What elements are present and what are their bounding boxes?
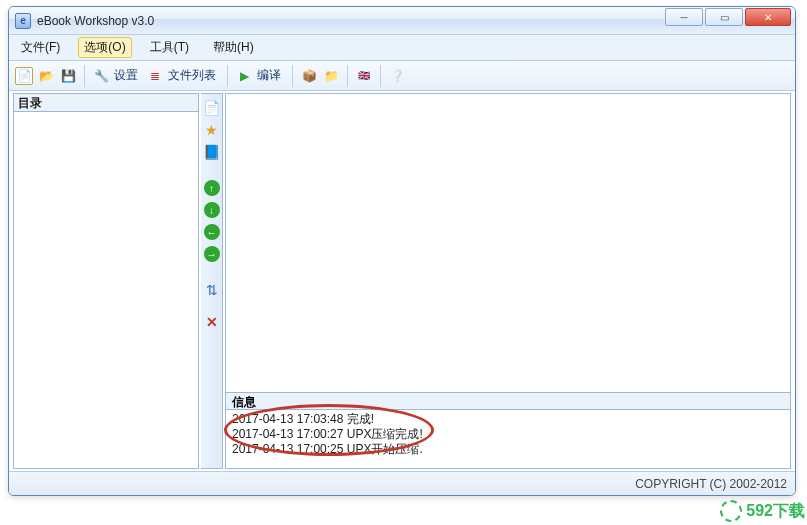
down-arrow-icon[interactable]: ↓ [204, 202, 220, 218]
left-arrow-icon[interactable]: ← [204, 224, 220, 240]
language-icon[interactable]: 🇬🇧 [355, 67, 373, 85]
watermark-text: 592下载 [746, 501, 805, 522]
toc-body[interactable] [14, 112, 198, 468]
preview-area[interactable] [226, 94, 790, 392]
settings-label[interactable]: 设置 [114, 67, 138, 84]
info-body: 2017-04-13 17:03:48 完成! 2017-04-13 17:00… [226, 410, 790, 468]
menu-file[interactable]: 文件(F) [15, 37, 66, 58]
toolbar: 📄 📂 💾 🔧 设置 ≣ 文件列表 ▶ 编译 📦 📁 🇬🇧 ❔ [9, 61, 795, 91]
log-line: 2017-04-13 17:00:25 UPX开始压缩. [232, 442, 784, 457]
menu-options[interactable]: 选项(O) [78, 37, 131, 58]
app-window: e eBook Workshop v3.0 ─ ▭ ✕ 文件(F) 选项(O) … [8, 6, 796, 496]
minimize-button[interactable]: ─ [665, 8, 703, 26]
right-arrow-icon[interactable]: → [204, 246, 220, 262]
titlebar: e eBook Workshop v3.0 ─ ▭ ✕ [9, 7, 795, 35]
app-icon: e [15, 13, 31, 29]
delete-icon[interactable]: ✕ [204, 314, 220, 330]
vertical-toolbar: 📄 ★ 📘 ↑ ↓ ← → ⇅ ✕ [201, 93, 223, 469]
settings-icon[interactable]: 🔧 [92, 67, 110, 85]
help-icon[interactable]: ❔ [388, 67, 406, 85]
folder-icon[interactable]: 📁 [322, 67, 340, 85]
separator [84, 65, 85, 87]
close-button[interactable]: ✕ [745, 8, 791, 26]
log-line: 2017-04-13 17:03:48 完成! [232, 412, 784, 427]
up-arrow-icon[interactable]: ↑ [204, 180, 220, 196]
copyright-text: COPYRIGHT (C) 2002-2012 [635, 477, 787, 491]
maximize-button[interactable]: ▭ [705, 8, 743, 26]
right-panel: 信息 2017-04-13 17:03:48 完成! 2017-04-13 17… [225, 93, 791, 469]
page-icon[interactable]: 📄 [204, 100, 220, 116]
book-icon[interactable]: 📘 [204, 144, 220, 160]
compile-label[interactable]: 编译 [257, 67, 281, 84]
statusbar: COPYRIGHT (C) 2002-2012 [9, 471, 795, 495]
separator [292, 65, 293, 87]
log-line: 2017-04-13 17:00:27 UPX压缩完成! [232, 427, 784, 442]
separator [227, 65, 228, 87]
window-title: eBook Workshop v3.0 [37, 14, 154, 28]
star-icon[interactable]: ★ [204, 122, 220, 138]
filelist-icon[interactable]: ≣ [146, 67, 164, 85]
menubar: 文件(F) 选项(O) 工具(T) 帮助(H) [9, 35, 795, 61]
toc-header: 目录 [14, 94, 198, 112]
window-controls: ─ ▭ ✕ [665, 8, 791, 26]
watermark-icon [720, 500, 742, 522]
left-panel: 目录 [13, 93, 199, 469]
watermark: 592下载 [720, 500, 805, 522]
compile-icon[interactable]: ▶ [235, 67, 253, 85]
sort-icon[interactable]: ⇅ [204, 282, 220, 298]
menu-tools[interactable]: 工具(T) [144, 37, 195, 58]
info-header: 信息 [226, 392, 790, 410]
client-area: 目录 📄 ★ 📘 ↑ ↓ ← → ⇅ ✕ 信息 2017-04-13 17:03… [11, 93, 793, 471]
filelist-label[interactable]: 文件列表 [168, 67, 216, 84]
package-icon[interactable]: 📦 [300, 67, 318, 85]
save-icon[interactable]: 💾 [59, 67, 77, 85]
new-icon[interactable]: 📄 [15, 67, 33, 85]
separator [380, 65, 381, 87]
open-icon[interactable]: 📂 [37, 67, 55, 85]
menu-help[interactable]: 帮助(H) [207, 37, 260, 58]
separator [347, 65, 348, 87]
